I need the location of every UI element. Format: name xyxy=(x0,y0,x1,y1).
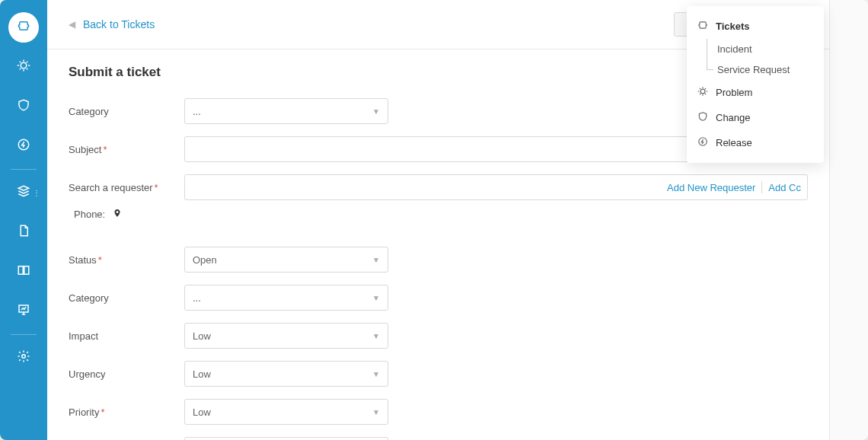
book-icon xyxy=(17,263,30,280)
location-pin-icon xyxy=(113,208,122,221)
sidebar-item-change[interactable] xyxy=(8,91,39,122)
select-urgency[interactable]: Low ▼ xyxy=(184,361,388,387)
label-status: Status* xyxy=(69,254,184,266)
sidebar: ⋮ xyxy=(0,0,47,440)
select-category-2[interactable]: ... ▼ xyxy=(184,285,388,311)
label-requester: Search a requester* xyxy=(69,182,184,193)
bolt-icon xyxy=(17,138,30,155)
sidebar-divider xyxy=(11,169,37,170)
chevron-down-icon: ▼ xyxy=(372,256,380,264)
chevron-down-icon: ▼ xyxy=(372,370,380,378)
menu-change[interactable]: Change xyxy=(687,105,824,130)
label-subject: Subject* xyxy=(69,144,184,155)
select-category[interactable]: ... ▼ xyxy=(184,98,388,124)
label-category-2: Category xyxy=(69,292,184,304)
svg-point-0 xyxy=(21,62,27,69)
menu-problem[interactable]: Problem xyxy=(687,80,824,105)
label-category: Category xyxy=(69,106,184,117)
menu-service-request[interactable]: Service Request xyxy=(687,59,824,80)
add-cc-link[interactable]: Add Cc xyxy=(768,182,801,193)
chevron-down-icon: ▼ xyxy=(372,332,380,340)
phone-row: Phone: xyxy=(74,208,808,221)
sidebar-divider xyxy=(11,334,37,335)
sidebar-item-solutions[interactable] xyxy=(8,257,39,287)
bug-icon xyxy=(17,59,30,75)
shield-icon xyxy=(697,111,708,124)
label-phone: Phone: xyxy=(74,209,105,220)
chevron-down-icon: ▼ xyxy=(372,408,380,416)
chevron-left-icon: ◀ xyxy=(69,19,75,30)
presentation-icon xyxy=(17,303,30,320)
label-urgency: Urgency xyxy=(69,368,184,380)
sidebar-item-reports[interactable] xyxy=(8,296,39,327)
menu-incident[interactable]: Incident xyxy=(687,39,824,59)
shield-icon xyxy=(17,98,30,115)
create-menu-panel: Tickets Incident Service Request Problem… xyxy=(687,6,824,163)
svg-point-3 xyxy=(22,355,26,359)
label-priority: Priority* xyxy=(69,407,184,418)
ticket-icon xyxy=(17,19,30,36)
divider xyxy=(761,181,762,193)
add-new-requester-link[interactable]: Add New Requester xyxy=(667,182,755,193)
bolt-icon xyxy=(697,136,708,149)
back-label: Back to Tickets xyxy=(83,18,155,30)
select-group[interactable]: ... ▼ xyxy=(184,437,388,440)
chevron-down-icon: ▼ xyxy=(372,294,380,302)
menu-release[interactable]: Release xyxy=(687,130,824,155)
input-requester[interactable]: Add New Requester Add Cc xyxy=(184,174,808,200)
sidebar-item-problem[interactable] xyxy=(8,52,39,82)
ticket-icon xyxy=(697,20,708,33)
label-impact: Impact xyxy=(69,330,184,342)
sidebar-item-inventory[interactable]: ⋮ xyxy=(8,177,39,208)
sidebar-item-tickets[interactable] xyxy=(8,12,39,43)
sidebar-item-contracts[interactable] xyxy=(8,217,39,247)
gear-icon xyxy=(17,349,30,366)
right-gutter xyxy=(830,0,868,440)
sidebar-item-admin[interactable] xyxy=(8,343,39,373)
select-status[interactable]: Open ▼ xyxy=(184,247,388,273)
chevron-down-icon: ▼ xyxy=(372,107,380,116)
stack-icon xyxy=(17,184,30,201)
svg-point-4 xyxy=(700,89,705,94)
document-icon xyxy=(17,224,30,241)
back-to-tickets-link[interactable]: ◀ Back to Tickets xyxy=(69,18,155,30)
select-priority[interactable]: Low ▼ xyxy=(184,399,388,425)
more-dots-icon: ⋮ xyxy=(33,192,40,194)
bug-icon xyxy=(697,86,708,99)
sidebar-item-release[interactable] xyxy=(8,131,39,161)
menu-tickets[interactable]: Tickets xyxy=(687,14,824,39)
select-impact[interactable]: Low ▼ xyxy=(184,323,388,349)
